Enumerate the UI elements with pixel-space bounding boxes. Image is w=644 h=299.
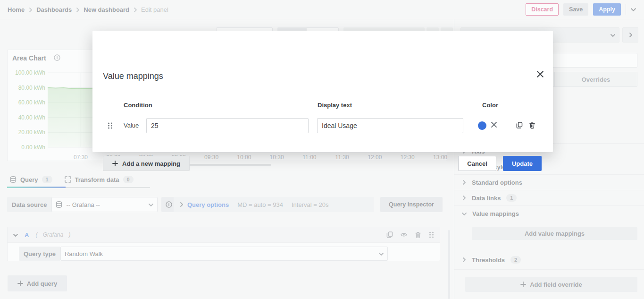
modal-actions: Cancel Update <box>458 156 542 171</box>
color-swatch-button[interactable] <box>478 121 486 130</box>
cancel-button[interactable]: Cancel <box>458 156 496 171</box>
condition-type-label: Value <box>124 122 139 129</box>
close-icon[interactable] <box>537 71 544 77</box>
mapping-row: Value <box>92 118 553 133</box>
duplicate-mapping-icon[interactable] <box>516 122 523 129</box>
color-column-header: Color <box>482 102 498 109</box>
display-text-column-header: Display text <box>318 102 352 109</box>
grafana-edit-panel-screen: Home Dashboards New dashboard Edit panel… <box>0 0 644 299</box>
display-text-input[interactable] <box>317 118 463 133</box>
drag-handle-icon[interactable] <box>108 122 113 129</box>
add-new-mapping-button[interactable]: Add a new mapping <box>103 156 190 171</box>
add-new-mapping-label: Add a new mapping <box>122 160 180 167</box>
update-button[interactable]: Update <box>503 156 542 171</box>
delete-mapping-icon[interactable] <box>529 122 535 129</box>
condition-value-input[interactable] <box>146 118 309 133</box>
value-mappings-modal: Value mappings Condition Display text Co… <box>92 31 553 152</box>
modal-title: Value mappings <box>103 71 163 81</box>
clear-color-icon[interactable] <box>491 122 497 128</box>
plus-icon <box>112 161 118 166</box>
condition-column-header: Condition <box>124 102 152 109</box>
